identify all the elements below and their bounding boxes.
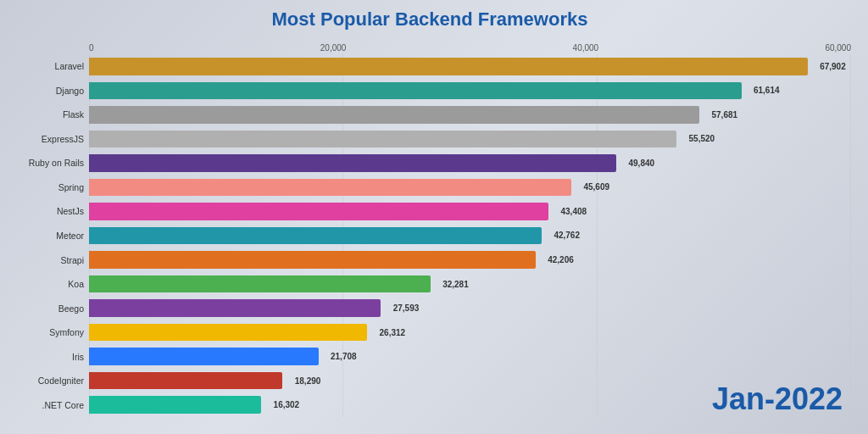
x-label: 40,000 — [573, 43, 599, 53]
bar-value-codeigniter: 18,290 — [295, 376, 321, 386]
y-label-.net-core: .NET Core — [8, 392, 89, 417]
bar-value-spring: 45,609 — [583, 182, 609, 192]
bar-value-nestjs: 43,408 — [561, 207, 587, 216]
bar-expressjs: 55,520 — [89, 131, 676, 148]
y-label-strapi: Strapi — [8, 248, 89, 272]
bar-row-nestjs: 43,408 — [89, 199, 851, 224]
bar-row-strapi: 42,206 — [89, 248, 851, 272]
bar-row-expressjs: 55,520 — [89, 127, 851, 152]
bar-row-koa: 32,281 — [89, 272, 851, 297]
bar-iris: 21,708 — [89, 348, 319, 365]
bar-value-strapi: 42,206 — [548, 255, 574, 264]
bar-ruby-on-rails: 49,840 — [89, 154, 616, 172]
bar-value-iris: 21,708 — [331, 352, 357, 361]
bar-beego: 27,593 — [89, 299, 381, 317]
bar-value-beego: 27,593 — [393, 303, 420, 313]
y-label-django: Django — [8, 79, 89, 103]
x-label: 60,000 — [825, 43, 851, 53]
bar-row-beego: 27,593 — [89, 296, 851, 320]
y-label-laravel: Laravel — [8, 54, 89, 79]
bar-value-koa: 32,281 — [442, 280, 469, 289]
bar-symfony: 26,312 — [89, 324, 367, 342]
y-label-symfony: Symfony — [8, 320, 89, 345]
bar-value-.net-core: 16,302 — [274, 400, 300, 409]
bars-wrapper: 67,90261,61457,68155,52049,84045,60943,4… — [89, 54, 851, 417]
bar-row-laravel: 67,902 — [89, 54, 851, 79]
y-label-codeigniter: CodeIgniter — [8, 369, 89, 393]
chart-area: LaravelDjangoFlaskExpressJSRuby on Rails… — [8, 36, 851, 417]
bar-value-meteor: 42,762 — [554, 231, 580, 240]
bar-value-symfony: 26,312 — [380, 328, 406, 337]
y-label-beego: Beego — [8, 296, 89, 320]
bar-value-ruby-on-rails: 49,840 — [629, 159, 655, 168]
date-label: Jan-2022 — [712, 381, 843, 417]
x-label: 0 — [89, 43, 94, 53]
bar-spring: 45,609 — [89, 179, 571, 197]
bar-row-iris: 21,708 — [89, 344, 851, 369]
y-label-iris: Iris — [8, 344, 89, 369]
x-label: 20,000 — [320, 43, 347, 53]
bar-row-spring: 45,609 — [89, 175, 851, 200]
y-label-spring: Spring — [8, 175, 89, 200]
bar-laravel: 67,902 — [89, 58, 808, 75]
bar-koa: 32,281 — [89, 275, 431, 293]
x-axis-labels: 020,00040,00060,000 — [89, 36, 851, 54]
y-label-nestjs: NestJs — [8, 199, 89, 224]
bar-row-symfony: 26,312 — [89, 320, 851, 345]
y-label-ruby-on-rails: Ruby on Rails — [8, 151, 89, 175]
bar-strapi: 42,206 — [89, 251, 536, 269]
bars-area: 020,00040,00060,000 67,90261,61457,68155… — [89, 36, 851, 417]
bar-row-flask: 57,681 — [89, 103, 851, 127]
bar-codeigniter: 18,290 — [89, 372, 282, 390]
chart-title: Most Popular Backend Frameworks — [8, 8, 851, 31]
bar-value-expressjs: 55,520 — [689, 134, 715, 143]
y-label-koa: Koa — [8, 272, 89, 297]
bar-flask: 57,681 — [89, 106, 699, 124]
bar-value-django: 61,614 — [754, 86, 780, 95]
y-label-expressjs: ExpressJS — [8, 127, 89, 152]
bar-value-flask: 57,681 — [712, 110, 738, 120]
y-axis: LaravelDjangoFlaskExpressJSRuby on Rails… — [8, 36, 89, 417]
bar-value-laravel: 67,902 — [820, 62, 846, 71]
bar-nestjs: 43,408 — [89, 203, 548, 220]
y-label-flask: Flask — [8, 103, 89, 127]
bar-meteor: 42,762 — [89, 227, 542, 245]
chart-container: Most Popular Backend Frameworks LaravelD… — [0, 0, 868, 434]
bar-row-django: 61,614 — [89, 79, 851, 103]
y-label-meteor: Meteor — [8, 224, 89, 248]
bar-.net-core: 16,302 — [89, 396, 261, 414]
bar-row-meteor: 42,762 — [89, 224, 851, 248]
bar-row-ruby-on-rails: 49,840 — [89, 151, 851, 175]
bar-django: 61,614 — [89, 82, 742, 100]
